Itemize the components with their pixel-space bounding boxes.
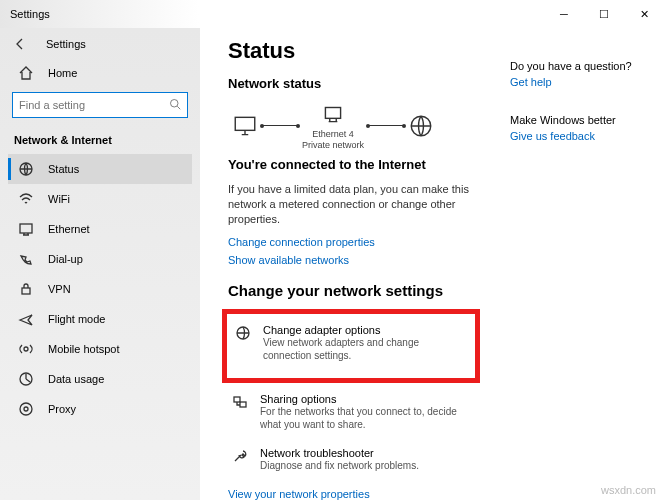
network-diagram: Ethernet 4Private network [232,101,480,151]
page-title: Status [228,38,480,64]
back-icon[interactable] [12,36,28,52]
svg-rect-3 [22,288,30,294]
sharing-icon [232,394,248,410]
main-content: Status Network status Ethernet 4Private … [200,28,664,500]
option-sub: For the networks that you connect to, de… [260,405,476,431]
svg-point-7 [24,407,28,411]
option-sub: View network adapters and change connect… [263,336,467,362]
sidebar-item-label: Flight mode [48,313,105,325]
hotspot-icon [18,341,34,357]
link-show-available[interactable]: Show available networks [228,254,480,266]
sidebar-item-label: Status [48,163,79,175]
sidebar-item-wifi[interactable]: WiFi [8,184,192,214]
sidebar-item-data[interactable]: Data usage [8,364,192,394]
sidebar-item-label: Data usage [48,373,104,385]
airplane-icon [18,311,34,327]
home-icon [18,65,34,81]
aside: Do you have a question? Get help Make Wi… [510,38,650,490]
diagram-globe [408,113,434,139]
globe-icon [408,113,434,139]
minimize-button[interactable]: ─ [544,0,584,28]
svg-point-0 [171,100,179,108]
link-get-help[interactable]: Get help [510,76,650,88]
sidebar-item-hotspot[interactable]: Mobile hotspot [8,334,192,364]
subtitle-network-status: Network status [228,76,480,91]
dialup-icon [18,251,34,267]
troubleshoot-icon [232,448,248,464]
svg-rect-13 [240,402,246,407]
adapter-options-icon [235,325,251,341]
change-settings-heading: Change your network settings [228,282,480,299]
sidebar-section-title: Network & Internet [8,128,192,154]
sidebar-item-proxy[interactable]: Proxy [8,394,192,424]
sidebar-item-label: Dial-up [48,253,83,265]
sidebar-item-status[interactable]: Status [8,154,192,184]
sidebar-item-vpn[interactable]: VPN [8,274,192,304]
adapter-icon [320,101,346,127]
close-button[interactable]: ✕ [624,0,664,28]
back-label: Settings [46,38,86,50]
svg-rect-2 [20,224,32,233]
link-feedback[interactable]: Give us feedback [510,130,650,142]
diagram-line [368,125,404,126]
watermark: wsxdn.com [601,484,656,496]
adapter-name: Ethernet 4 [312,129,354,139]
svg-rect-12 [234,397,240,402]
link-connection-properties[interactable]: Change connection properties [228,236,480,248]
diagram-pc [232,113,258,139]
sidebar-item-label: Ethernet [48,223,90,235]
adapter-type: Private network [302,140,364,150]
highlight-box: Change adapter options View network adap… [222,309,480,383]
proxy-icon [18,401,34,417]
maximize-button[interactable]: ☐ [584,0,624,28]
option-title: Sharing options [260,393,476,405]
nav-home-label: Home [48,67,77,79]
sidebar-item-label: Proxy [48,403,76,415]
svg-rect-8 [235,117,255,130]
diagram-line [262,125,298,126]
sidebar-item-dialup[interactable]: Dial-up [8,244,192,274]
aside-question: Do you have a question? [510,60,650,72]
sidebar-item-label: WiFi [48,193,70,205]
search-input[interactable] [19,99,169,111]
option-title: Network troubleshooter [260,447,419,459]
status-icon [18,161,34,177]
sidebar-item-label: Mobile hotspot [48,343,120,355]
link-view-props[interactable]: View your network properties [228,488,480,500]
ethernet-icon [18,221,34,237]
data-icon [18,371,34,387]
option-sharing[interactable]: Sharing options For the networks that yo… [228,387,480,441]
option-change-adapter[interactable]: Change adapter options View network adap… [231,318,471,372]
titlebar: Settings ─ ☐ ✕ [0,0,664,28]
sidebar-item-ethernet[interactable]: Ethernet [8,214,192,244]
svg-point-4 [24,347,28,351]
nav-home[interactable]: Home [8,58,192,88]
search-box[interactable] [12,92,188,118]
aside-improve: Make Windows better [510,114,650,126]
pc-icon [232,113,258,139]
option-title: Change adapter options [263,324,467,336]
sidebar-item-label: VPN [48,283,71,295]
sidebar: Settings Home Network & Internet Status … [0,28,200,500]
diagram-adapter: Ethernet 4Private network [302,101,364,151]
wifi-icon [18,191,34,207]
vpn-icon [18,281,34,297]
search-icon [169,98,181,112]
connected-desc: If you have a limited data plan, you can… [228,182,480,228]
sidebar-item-flight[interactable]: Flight mode [8,304,192,334]
window-title: Settings [10,8,50,20]
option-sub: Diagnose and fix network problems. [260,459,419,472]
connected-heading: You're connected to the Internet [228,157,480,172]
window-controls: ─ ☐ ✕ [544,0,664,28]
option-troubleshooter[interactable]: Network troubleshooter Diagnose and fix … [228,441,480,482]
svg-point-6 [20,403,32,415]
svg-rect-9 [325,108,340,119]
